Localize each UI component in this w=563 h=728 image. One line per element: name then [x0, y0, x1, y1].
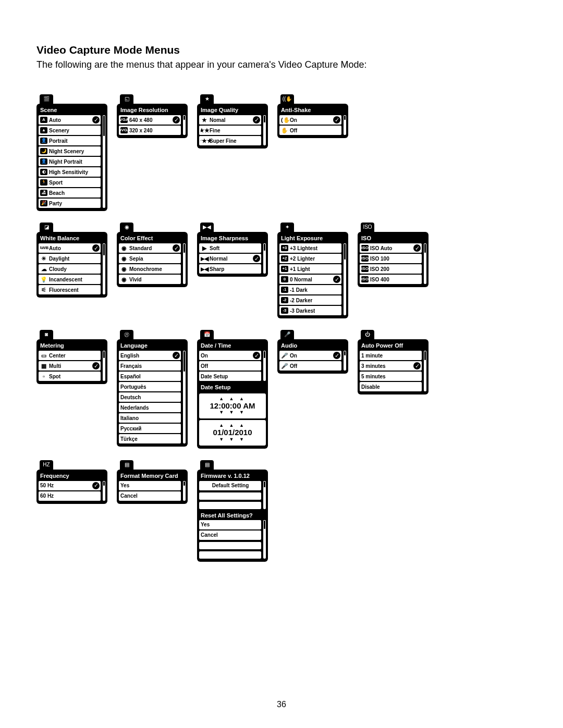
menu-title: Date / Time — [199, 341, 266, 351]
menu-option[interactable]: Cancel — [119, 491, 181, 501]
menu-option[interactable]: Off — [199, 361, 261, 371]
check-icon: ✓ — [333, 352, 340, 359]
menu-option[interactable]: 5 minutes — [360, 372, 422, 381]
scrollbar[interactable] — [183, 115, 186, 135]
menu-option[interactable]: Yes — [199, 520, 261, 529]
menu-option[interactable]: 50 Hz✓ — [39, 481, 101, 490]
menu-option[interactable]: AWBAuto✓ — [39, 243, 101, 253]
menu-option[interactable]: ▭Center — [39, 351, 101, 360]
menu-option[interactable]: 👤Night Portrait — [39, 157, 101, 166]
menu-option[interactable]: 👤Portrait — [39, 136, 101, 145]
menu-title: Format Memory Card — [119, 472, 186, 481]
menu-option[interactable]: -1-1 Dark — [279, 285, 341, 294]
menu-option[interactable]: 🎤On✓ — [279, 351, 341, 360]
menu-option[interactable]: Português — [119, 382, 181, 391]
menu-option[interactable]: -3-3 Darkest — [279, 306, 341, 315]
menu-image-sharpness: ▶◀Image Sharpness▶Soft▶◀Normal✓▶◀Sharp — [197, 223, 268, 277]
menu-option[interactable]: ((✋On✓ — [279, 115, 341, 125]
menu-option[interactable]: ◉Standard✓ — [119, 243, 181, 253]
scrollbar[interactable] — [103, 351, 105, 381]
menu-option[interactable]: ▫Spot — [39, 372, 101, 381]
menu-body: Frequency50 Hz✓60 Hz — [36, 470, 107, 504]
menu-option[interactable]: ISOISO 100 — [360, 254, 422, 263]
menu-option[interactable]: ☁Cloudy — [39, 264, 101, 274]
scrollbar[interactable] — [263, 115, 266, 145]
menu-option[interactable]: 00 Normal✓ — [279, 275, 341, 284]
scrollbar[interactable] — [263, 481, 266, 509]
menu-option[interactable]: Date Setup — [199, 372, 261, 381]
menu-option[interactable]: ★★Fine — [199, 126, 261, 135]
menu-option[interactable]: AAuto✓ — [39, 115, 101, 125]
option-icon: 👤 — [40, 158, 47, 165]
menu-option[interactable]: QVGA320 x 240 — [119, 126, 181, 135]
menu-option[interactable]: ◉Monochrome — [119, 264, 181, 274]
scrollbar[interactable] — [344, 115, 346, 135]
date-display[interactable]: ▲ ▲ ▲01/01/2010▼ ▼ ▼ — [199, 420, 266, 445]
option-icon: 💡 — [40, 277, 47, 282]
menu-option[interactable]: ISOISO Auto✓ — [360, 243, 422, 253]
menu-option[interactable]: +1+1 Light — [279, 264, 341, 274]
menu-option[interactable]: ✋Off — [279, 126, 341, 135]
menu-option[interactable]: ISOISO 200 — [360, 264, 422, 274]
menu-option[interactable]: ISOISO 400 — [360, 275, 422, 284]
menu-option[interactable]: ▶◀Sharp — [199, 264, 261, 274]
menu-option[interactable]: Default Setting — [199, 481, 261, 490]
menu-body: Metering▭Center▦Multi✓▫Spot — [36, 339, 107, 384]
menu-option[interactable]: 🏃Sport — [39, 178, 101, 187]
menu-option[interactable]: ▶◀Normal✓ — [199, 254, 261, 263]
scrollbar[interactable] — [183, 481, 186, 501]
menu-option[interactable]: ◉Vivid — [119, 275, 181, 284]
menu-option[interactable]: Nederlands — [119, 403, 181, 412]
menu-option[interactable]: ◐High Sensitivity — [39, 167, 101, 177]
scrollbar[interactable] — [263, 351, 266, 381]
menu-option[interactable]: Italiano — [119, 413, 181, 423]
scrollbar[interactable] — [263, 243, 266, 274]
menu-option[interactable]: Disable — [360, 382, 422, 391]
scrollbar[interactable] — [263, 520, 266, 559]
menu-tab-icon: ㊊ — [120, 330, 133, 339]
scrollbar[interactable] — [424, 243, 426, 284]
scrollbar[interactable] — [344, 243, 346, 315]
menu-option[interactable]: 🎉Party — [39, 199, 101, 208]
menu-firmware: ▤Firmware v. 1.0.12Default SettingReset … — [197, 460, 268, 562]
option-label: Date Setup — [201, 374, 228, 379]
scrollbar[interactable] — [103, 481, 105, 501]
menu-option[interactable]: 3 minutes✓ — [360, 361, 422, 371]
option-icon: ▶ — [201, 245, 208, 251]
menu-option[interactable]: ▲Scenery — [39, 126, 101, 135]
menu-option[interactable]: +3+3 Lightest — [279, 243, 341, 253]
menu-option[interactable]: Español — [119, 372, 181, 381]
menu-option[interactable]: On✓ — [199, 351, 261, 360]
menu-option[interactable]: ⚟Fluorescent — [39, 285, 101, 294]
menu-option[interactable]: VGA640 x 480✓ — [119, 115, 181, 125]
time-display[interactable]: ▲ ▲ ▲12:00:00 AM▼ ▼ ▼ — [199, 393, 266, 418]
menu-option[interactable]: Deutsch — [119, 392, 181, 402]
menu-option[interactable]: Yes — [119, 481, 181, 490]
menu-option[interactable]: ▶Soft — [199, 243, 261, 253]
menu-option[interactable]: Français — [119, 361, 181, 371]
scrollbar[interactable] — [424, 351, 426, 391]
menu-option[interactable]: ☀Daylight — [39, 254, 101, 263]
menu-option[interactable]: ★★★Super Fine — [199, 136, 261, 145]
menu-option[interactable]: +2+2 Lighter — [279, 254, 341, 263]
scrollbar[interactable] — [183, 243, 186, 284]
menu-option[interactable]: 🎤Off — [279, 361, 341, 371]
menu-option[interactable]: ◉Sepia — [119, 254, 181, 263]
scrollbar[interactable] — [344, 351, 346, 371]
blank-row — [199, 542, 261, 549]
menu-option[interactable]: Русский — [119, 424, 181, 433]
menu-option[interactable]: ★Nomal✓ — [199, 115, 261, 125]
scrollbar[interactable] — [103, 115, 105, 208]
menu-option[interactable]: 1 minute — [360, 351, 422, 360]
menu-option[interactable]: 🌙Night Scenery — [39, 146, 101, 156]
menu-option[interactable]: 💡Incandescent — [39, 275, 101, 284]
menu-option[interactable]: 60 Hz — [39, 491, 101, 501]
menu-option[interactable]: English✓ — [119, 351, 181, 360]
menu-option[interactable]: Türkçe — [119, 434, 181, 443]
menu-option[interactable]: 🏖Beach — [39, 188, 101, 198]
menu-option[interactable]: ▦Multi✓ — [39, 361, 101, 371]
scrollbar[interactable] — [103, 243, 105, 294]
menu-option[interactable]: -2-2 Darker — [279, 295, 341, 305]
menu-option[interactable]: Cancel — [199, 530, 261, 540]
scrollbar[interactable] — [183, 351, 186, 443]
